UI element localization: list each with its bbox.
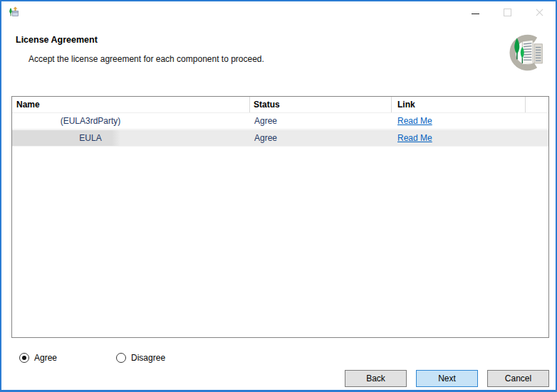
radio-agree-label: Agree [34,353,57,363]
minimize-icon [472,14,479,14]
readme-link[interactable]: Read Me [397,116,432,126]
consent-radio-group: Agree Disagree [19,353,165,363]
table-header-row: Name Status Link [12,97,548,113]
column-header-link: Link [392,97,526,112]
license-table: Name Status Link (EULA3rdParty) Agree Re… [11,96,549,338]
row-name-cell: EULA [12,133,250,143]
maximize-icon [504,9,511,16]
app-icon [7,6,20,18]
radio-agree-circle[interactable] [19,353,29,363]
maximize-button[interactable] [491,1,524,23]
close-icon [536,9,543,16]
table-row[interactable]: (EULA3rdParty) Agree Read Me [12,113,548,129]
radio-agree[interactable]: Agree [19,353,57,363]
brand-logo-icon [505,33,545,73]
installer-window: License Agreement Accept the license agr… [0,0,557,392]
row-link-cell: Read Me [392,116,526,126]
row-status-cell: Agree [250,133,392,143]
row-name-cell: (EULA3rdParty) [12,116,250,126]
next-button[interactable]: Next [416,370,478,387]
row-link-cell: Read Me [392,133,526,143]
back-button[interactable]: Back [345,370,407,387]
logo-documents [522,40,542,65]
radio-disagree-circle[interactable] [116,353,126,363]
title-bar [1,1,556,23]
page-subtitle: Accept the license agreement for each co… [28,54,264,64]
row-status-cell: Agree [250,116,392,126]
cancel-button[interactable]: Cancel [487,370,549,387]
minimize-button[interactable] [459,1,491,23]
column-header-name: Name [12,97,250,112]
column-header-filler [526,97,548,112]
readme-link[interactable]: Read Me [397,133,432,143]
caption-buttons [459,1,556,23]
page-title: License Agreement [16,35,98,45]
close-button[interactable] [524,1,556,23]
radio-disagree-label: Disagree [131,353,165,363]
column-header-status: Status [250,97,392,112]
radio-disagree[interactable]: Disagree [116,353,165,363]
table-row-selected[interactable]: EULA Agree Read Me [12,129,548,147]
